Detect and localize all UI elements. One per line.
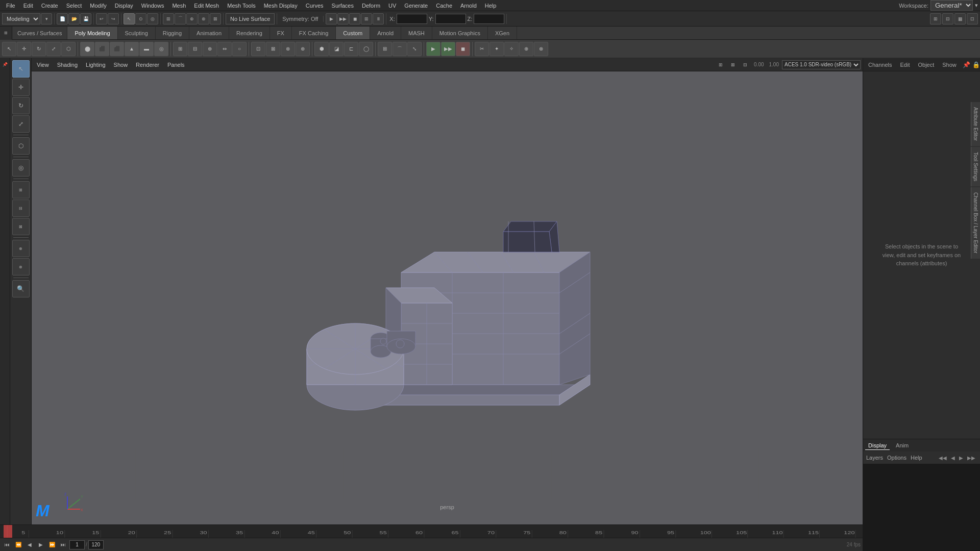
shelf-multi-transform[interactable]: ⬡ [61,42,76,56]
menu-windows[interactable]: Windows [137,2,168,10]
shelf-boolean[interactable]: ⊕ [203,42,217,56]
shelf-misc3[interactable]: ✧ [504,42,519,56]
tab-mash[interactable]: MASH [401,27,432,39]
show-btn[interactable]: Show [940,61,959,69]
shelf-render-preview[interactable]: ▶ [426,42,440,56]
shelf-misc4[interactable]: ⊕ [519,42,533,56]
undo-btn[interactable]: ↩ [96,13,107,24]
tool-move[interactable]: ✛ [12,79,30,96]
panel-lock-icon[interactable]: 🔒 [972,61,980,68]
panel-pin-icon[interactable]: 📌 [963,61,970,68]
outliner-pin-icon[interactable]: 📌 [1,60,9,68]
shelf-poly-torus[interactable]: ◎ [154,42,168,56]
vp-shading[interactable]: Shading [54,61,81,69]
shelf-render-seq[interactable]: ▶▶ [441,42,455,56]
goto-end-btn[interactable]: ⏭ [58,540,68,550]
tab-arnold[interactable]: Arnold [370,27,401,39]
layout-btn3[interactable]: ▦ [954,13,966,24]
render2-btn[interactable]: ▶▶ [337,13,349,24]
nav-prev-prev-btn[interactable]: ◀◀ [937,454,948,462]
shelf-smooth[interactable]: ○ [232,42,247,56]
vp-panels[interactable]: Panels [164,61,188,69]
menu-generate[interactable]: Generate [400,2,432,10]
layers-btn[interactable]: Layers [866,455,883,461]
shelf-toggle-btn[interactable]: ⊞ [0,27,12,40]
tool-dots1[interactable]: ⊕ [12,240,30,257]
shelf-lattice[interactable]: ⊞ [378,42,392,56]
shelf-misc5[interactable]: ⊗ [534,42,548,56]
vp-lighting[interactable]: Lighting [83,61,109,69]
tool-soft-sel[interactable]: ◎ [12,159,30,177]
workspace-dropdown[interactable]: General* [930,0,973,11]
step-forward-btn[interactable]: ⏩ [47,540,57,550]
menu-cache[interactable]: Cache [432,2,456,10]
end-frame-input[interactable] [88,540,104,549]
tab-poly-modeling[interactable]: Poly Modeling [67,27,117,39]
render1-btn[interactable]: ▶ [326,13,337,24]
tab-rigging[interactable]: Rigging [156,27,189,39]
shelf-fill-hole[interactable]: ◯ [359,42,373,56]
menu-mesh[interactable]: Mesh [168,2,190,10]
menu-surfaces[interactable]: Surfaces [328,2,358,10]
color-space-select[interactable]: ACES 1.0 SDR-video (sRGB) [782,60,861,69]
ipr-btn[interactable]: ⊞ [361,13,372,24]
menu-select[interactable]: Select [62,2,86,10]
tool-scale[interactable]: ⤢ [12,115,30,133]
snap-point-btn[interactable]: ⊕ [186,13,198,24]
shelf-scale[interactable]: ⤢ [46,42,61,56]
open-file-btn[interactable]: 📂 [68,13,80,24]
nav-next-btn[interactable]: ▶ [958,454,965,462]
options-btn[interactable]: Options [887,455,906,461]
menu-create[interactable]: Create [37,2,62,10]
tab-rendering[interactable]: Rendering [229,27,270,39]
shelf-separate[interactable]: ⊟ [188,42,202,56]
redo-btn[interactable]: ↪ [108,13,119,24]
y-input[interactable] [435,14,466,24]
tab-curves-surfaces[interactable]: Curves / Surfaces [12,27,67,39]
play-back-btn[interactable]: ◀ [24,540,35,550]
tab-sculpting[interactable]: Sculpting [118,27,156,39]
shelf-render-stop[interactable]: ◼ [456,42,470,56]
lasso-btn[interactable]: ⊙ [135,13,146,24]
tool-multi[interactable]: ⬡ [12,137,30,155]
tab-animation[interactable]: Animation [189,27,229,39]
z-input[interactable] [474,14,504,24]
menu-file[interactable]: File [2,2,19,10]
layout-btn1[interactable]: ⊞ [930,13,941,24]
viewport[interactable]: View Shading Lighting Show Renderer Pane… [32,58,863,524]
canvas-area[interactable]: .wire { fill: #7a7a8a; stroke: #9090b0; … [32,71,863,524]
menu-display[interactable]: Display [111,2,137,10]
x-input[interactable] [397,14,427,24]
goto-start-btn[interactable]: ⏮ [2,540,12,550]
paint-btn[interactable]: ◎ [147,13,158,24]
tool-layout1[interactable]: ⊞ [12,181,30,198]
shelf-uv3[interactable]: ⊗ [281,42,295,56]
attribute-editor-tab[interactable]: Attribute Editor [971,102,980,146]
tool-rotate[interactable]: ↻ [12,97,30,114]
channels-btn[interactable]: Channels [866,61,894,69]
tool-select[interactable]: ↖ [12,60,30,78]
play-forward-btn[interactable]: ▶ [36,540,46,550]
shelf-poly-cone[interactable]: ▲ [125,42,139,56]
menu-mesh-tools[interactable]: Mesh Tools [223,2,259,10]
menu-mesh-display[interactable]: Mesh Display [260,2,302,10]
snap-grid-btn[interactable]: ⊞ [163,13,174,24]
snap-curve-btn[interactable]: ⌒ [175,13,186,24]
tab-motion-graphics[interactable]: Motion Graphics [432,27,488,39]
menu-uv[interactable]: UV [384,2,400,10]
tool-settings-tab[interactable]: Tool Settings [971,147,980,187]
menu-edit-mesh[interactable]: Edit Mesh [190,2,223,10]
vp-icon-2[interactable]: ⊠ [727,59,739,70]
current-frame-input[interactable] [69,540,85,549]
layout-btn2[interactable]: ⊟ [942,13,953,24]
shelf-select[interactable]: ↖ [2,42,16,56]
shelf-bridge[interactable]: ⊏ [344,42,358,56]
edit-btn[interactable]: Edit [898,61,912,69]
shelf-poly-plane[interactable]: ▬ [139,42,154,56]
shelf-uv1[interactable]: ⊡ [251,42,265,56]
shelf-uv2[interactable]: ⊠ [266,42,280,56]
menu-arnold[interactable]: Arnold [456,2,481,10]
shelf-rotate[interactable]: ↻ [32,42,46,56]
save-file-btn[interactable]: 💾 [80,13,91,24]
object-btn[interactable]: Object [916,61,936,69]
